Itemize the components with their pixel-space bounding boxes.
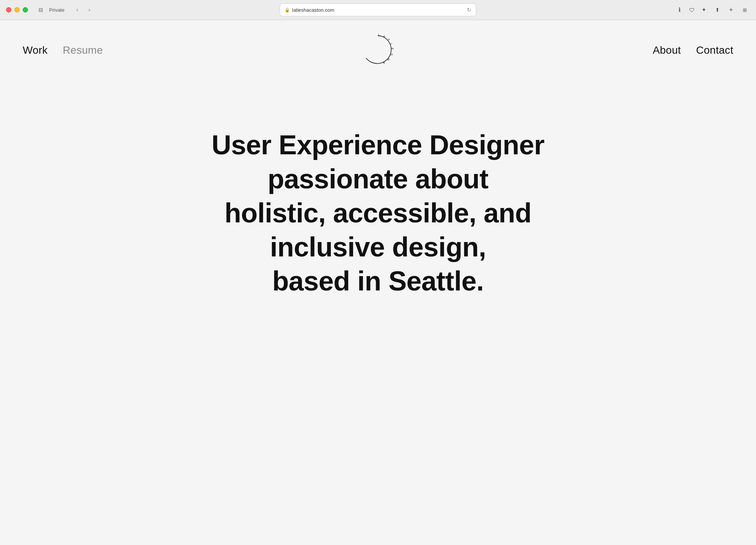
nav-left: Work Resume [23,44,103,56]
hero-heading: User Experience Designer passionate abou… [170,128,586,298]
sidebar-icon[interactable]: ⊟ [39,7,43,13]
url-display: latieshacaston.com [292,7,334,13]
reload-icon[interactable]: ↻ [467,7,471,13]
main-navigation: Work Resume L A T I E S H A About Contac… [0,20,756,81]
tab-bar: ⊟ [33,7,43,13]
forward-button[interactable]: › [84,5,94,15]
extensions-icon-button[interactable]: ✦ [699,5,709,15]
share-button[interactable]: ⬆ [712,5,723,15]
maximize-button[interactable] [23,7,28,12]
hero-line1: User Experience Designer passionate abou… [212,130,544,194]
nav-about-link[interactable]: About [653,44,681,56]
lock-icon: 🔒 [285,8,290,12]
info-icon-button[interactable]: ℹ [674,5,685,15]
toolbar-icons: ℹ 🛡 ✦ [674,5,709,15]
new-tab-button[interactable]: + [726,5,736,15]
tab-navigation: ‹ › [72,5,94,15]
nav-contact-link[interactable]: Contact [696,44,733,56]
address-bar-container: 🔒 latieshacaston.com ↻ [280,3,476,16]
tabs-overview-button[interactable]: ⊞ [739,5,750,15]
private-label: Private [49,7,64,13]
traffic-lights [6,7,28,12]
hero-line3: based in Seattle. [272,266,484,296]
back-button[interactable]: ‹ [72,5,82,15]
website-content: Work Resume L A T I E S H A About Contac… [0,20,756,545]
nav-work-link[interactable]: Work [23,44,48,56]
hero-section: User Experience Designer passionate abou… [0,81,756,345]
shield-icon-button[interactable]: 🛡 [686,5,697,15]
hero-line2: holistic, accessible, and inclusive desi… [225,198,531,262]
site-logo[interactable]: L A T I E S H A [361,33,395,67]
browser-titlebar: ⊟ Private ‹ › 🔒 latieshacaston.com ↻ ℹ 🛡… [0,0,756,20]
nav-resume-link[interactable]: Resume [63,44,103,56]
nav-right: About Contact [653,44,733,56]
minimize-button[interactable] [14,7,20,12]
address-bar[interactable]: 🔒 latieshacaston.com ↻ [280,3,476,16]
logo-container[interactable]: L A T I E S H A [361,33,395,68]
browser-chrome: ⊟ Private ‹ › 🔒 latieshacaston.com ↻ ℹ 🛡… [0,0,756,20]
close-button[interactable] [6,7,11,12]
svg-text:L A T I E S H A: L A T I E S H A [378,33,394,65]
browser-actions: ℹ 🛡 ✦ ⬆ + ⊞ [667,5,750,15]
